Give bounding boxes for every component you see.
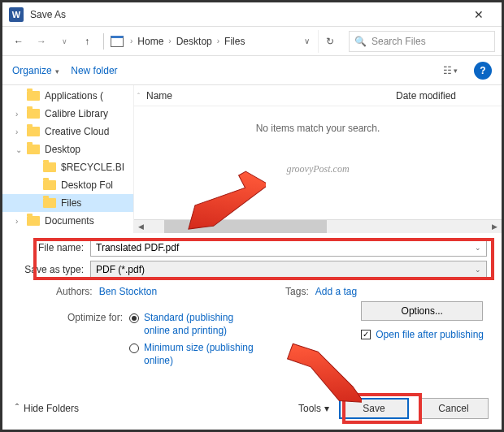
dialog-title: Save As (30, 9, 463, 20)
refresh-button[interactable]: ↻ (318, 30, 341, 53)
tree-item[interactable]: Desktop Fol (2, 176, 133, 194)
folder-icon (27, 109, 40, 119)
folder-icon (43, 198, 56, 208)
chevron-down-icon[interactable]: ⌄ (475, 244, 481, 252)
breadcrumb-desktop[interactable]: Desktop (176, 36, 212, 47)
expand-icon[interactable]: › (15, 110, 24, 119)
open-after-checkbox[interactable]: ✓ Open file after publishing (361, 329, 484, 340)
horizontal-scrollbar[interactable]: ◀ ▶ (134, 219, 502, 233)
tree-item[interactable]: ›Documents (2, 212, 133, 230)
tree-item[interactable]: ›Calibre Library (2, 105, 133, 123)
watermark: groovyPost.com (286, 163, 349, 175)
folder-tree[interactable]: Applications ( ›Calibre Library ›Creativ… (2, 85, 134, 233)
scroll-right-icon[interactable]: ▶ (488, 220, 502, 233)
chevron-down-icon: ▾ (54, 67, 60, 76)
empty-message: No items match your search. (256, 123, 380, 134)
up-button[interactable]: ↑ (77, 32, 97, 51)
chevron-right-icon: › (130, 37, 133, 45)
scroll-thumb[interactable] (164, 220, 327, 233)
forward-button[interactable]: → (32, 32, 51, 51)
folder-icon (27, 216, 40, 226)
new-folder-button[interactable]: New folder (71, 65, 117, 76)
savetype-label: Save as type: (17, 264, 90, 275)
organize-menu[interactable]: Organize ▾ (12, 65, 59, 76)
back-button[interactable]: ← (9, 32, 28, 51)
chevron-up-icon: ˆ (15, 403, 19, 414)
column-date[interactable]: Date modified (396, 90, 493, 102)
authors-value[interactable]: Ben Stockton (99, 286, 157, 297)
tree-item[interactable]: Applications ( (2, 87, 133, 105)
chevron-icon: ˆ (137, 92, 140, 100)
tools-menu[interactable]: Tools ▾ (298, 403, 329, 414)
options-button[interactable]: Options... (361, 301, 483, 321)
breadcrumb-files[interactable]: Files (224, 36, 245, 47)
expand-icon[interactable]: › (15, 127, 24, 136)
folder-icon (27, 91, 40, 101)
chevron-down-icon: ▾ (324, 403, 329, 414)
chevron-right-icon: › (168, 37, 171, 45)
radio-icon (129, 343, 139, 353)
authors-label: Authors: (56, 286, 93, 297)
cancel-button[interactable]: Cancel (419, 398, 489, 419)
optimize-label: Optimize for: (56, 312, 123, 367)
search-placeholder: Search Files (371, 36, 426, 47)
column-name[interactable]: Name (146, 90, 396, 102)
breadcrumb-dropdown[interactable]: ∨ (304, 37, 310, 45)
hide-folders-toggle[interactable]: ˆ Hide Folders (15, 403, 79, 414)
tree-item[interactable]: ›Creative Cloud (2, 123, 133, 140)
breadcrumb-home[interactable]: Home (137, 36, 163, 47)
column-headers[interactable]: ˆ Name Date modified (134, 85, 502, 106)
tags-label: Tags: (285, 286, 309, 297)
word-icon: W (9, 7, 24, 22)
chevron-right-icon: › (217, 37, 219, 45)
search-icon: 🔍 (354, 36, 367, 47)
checkbox-icon: ✓ (361, 330, 371, 339)
recent-dropdown[interactable]: ∨ (54, 32, 74, 51)
tree-item[interactable]: ⌄Desktop (2, 140, 133, 158)
pc-icon (111, 36, 124, 47)
tags-value[interactable]: Add a tag (315, 286, 357, 297)
separator (103, 33, 104, 50)
radio-minimum[interactable]: Minimum size (publishing online) (129, 342, 259, 367)
folder-icon (43, 180, 56, 190)
scroll-left-icon[interactable]: ◀ (134, 220, 148, 233)
expand-icon[interactable]: ⌄ (15, 145, 24, 154)
expand-icon[interactable]: › (15, 217, 24, 226)
tree-item-selected[interactable]: Files (2, 194, 133, 212)
filename-label: File name: (17, 242, 90, 253)
radio-icon (129, 313, 139, 323)
save-button[interactable]: Save (339, 398, 409, 419)
help-button[interactable]: ? (474, 62, 492, 80)
close-button[interactable]: ✕ (463, 3, 495, 26)
view-menu[interactable]: ☷ ▾ (438, 61, 463, 80)
tree-item[interactable]: $RECYCLE.BI (2, 158, 133, 176)
radio-standard[interactable]: Standard (publishing online and printing… (129, 312, 259, 337)
folder-icon (27, 145, 40, 154)
savetype-select[interactable]: PDF (*.pdf)⌄ (90, 261, 487, 279)
search-input[interactable]: 🔍 Search Files (349, 31, 495, 52)
folder-icon (27, 127, 40, 136)
chevron-down-icon[interactable]: ⌄ (475, 266, 481, 274)
filename-input[interactable]: Translated PDF.pdf⌄ (90, 239, 487, 257)
folder-icon (43, 162, 56, 172)
breadcrumb[interactable]: › Home › Desktop › Files (130, 36, 245, 47)
